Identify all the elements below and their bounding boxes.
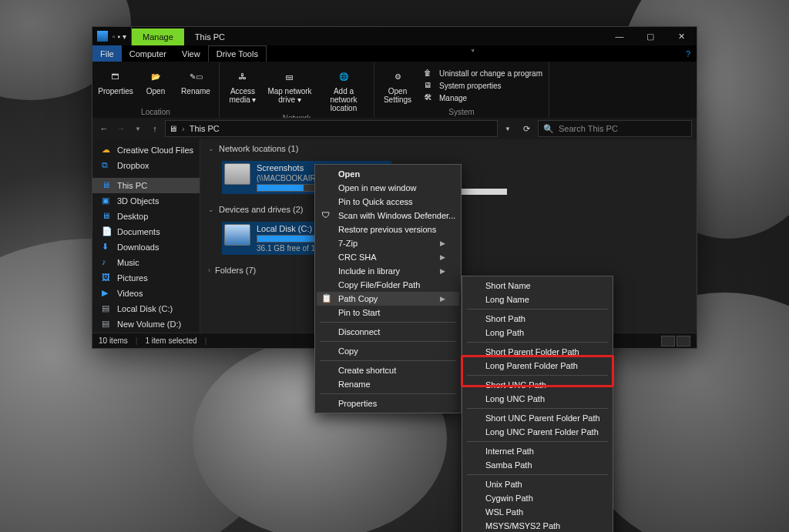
breadcrumb-dropdown[interactable]: ▼ xyxy=(501,125,515,132)
menu-item-scan-with-windows-defender[interactable]: 🛡Scan with Windows Defender... xyxy=(317,209,459,223)
nav-item-creative-cloud-files[interactable]: ☁Creative Cloud Files xyxy=(92,142,200,158)
nav-item-local-disk-c[interactable]: ▤Local Disk (C:) xyxy=(92,301,200,316)
nav-item-icon: ▶ xyxy=(102,288,112,299)
nav-item-label: 3D Objects xyxy=(117,196,159,206)
menu-item-open[interactable]: Open xyxy=(317,167,459,181)
qat-dropdown[interactable]: ▾ xyxy=(123,32,126,41)
menu-item-short-unc-parent-folder-path[interactable]: Short UNC Parent Folder Path xyxy=(464,411,611,425)
menu-item-short-parent-folder-path[interactable]: Short Parent Folder Path xyxy=(464,345,611,359)
close-button[interactable]: ✕ xyxy=(666,27,697,45)
menu-item-long-path[interactable]: Long Path xyxy=(464,326,611,340)
menu-item-path-copy[interactable]: 📋Path Copy▶ xyxy=(317,292,459,306)
tab-drive-tools[interactable]: Drive Tools xyxy=(208,45,267,62)
ribbon-add-location[interactable]: 🌐Add a network location xyxy=(320,65,368,112)
ribbon-collapse[interactable]: ˅ xyxy=(465,45,482,62)
breadcrumb[interactable]: 🖥 › This PC xyxy=(165,120,498,137)
nav-item-dropbox[interactable]: ⧉Dropbox xyxy=(92,158,200,173)
nav-item-3d-objects[interactable]: ▣3D Objects xyxy=(92,193,200,209)
menu-item-pin-to-start[interactable]: Pin to Start xyxy=(317,306,459,320)
nav-forward[interactable]: → xyxy=(114,124,128,133)
menu-item-crc-sha[interactable]: CRC SHA▶ xyxy=(317,250,459,264)
menu-item-cygwin-path[interactable]: Cygwin Path xyxy=(464,491,611,505)
nav-item-videos[interactable]: ▶Videos xyxy=(92,286,200,301)
qat-item[interactable]: ▪ xyxy=(118,32,121,41)
menu-item-disconnect[interactable]: Disconnect xyxy=(317,325,459,339)
menu-item-pin-to-quick-access[interactable]: Pin to Quick access xyxy=(317,195,459,209)
menu-item-create-shortcut[interactable]: Create shortcut xyxy=(317,363,459,377)
nav-item-icon: ▣ xyxy=(102,196,112,206)
tab-view[interactable]: View xyxy=(174,45,208,62)
maximize-button[interactable]: ▢ xyxy=(635,27,666,45)
menu-item-long-unc-path[interactable]: Long UNC Path xyxy=(464,392,611,406)
nav-item-label: Videos xyxy=(117,289,143,298)
menu-item-short-name[interactable]: Short Name xyxy=(464,279,611,293)
view-details-button[interactable] xyxy=(661,336,675,346)
menu-item-short-path[interactable]: Short Path xyxy=(464,312,611,326)
breadcrumb-this-pc[interactable]: This PC xyxy=(190,124,220,133)
menu-item-wsl-path[interactable]: WSL Path xyxy=(464,505,611,519)
nav-item-label: Pictures xyxy=(117,273,148,283)
app-icon xyxy=(97,31,108,42)
nav-item-label: Documents xyxy=(117,227,160,236)
nav-item-downloads[interactable]: ⬇Downloads xyxy=(92,239,200,255)
menu-item-copy-file-folder-path[interactable]: Copy File/Folder Path xyxy=(317,278,459,292)
menu-item-long-unc-parent-folder-path[interactable]: Long UNC Parent Folder Path xyxy=(464,425,611,439)
refresh-button[interactable]: ⟳ xyxy=(518,124,535,134)
menu-item-include-in-library[interactable]: Include in library▶ xyxy=(317,264,459,278)
minimize-button[interactable]: — xyxy=(604,27,635,45)
address-bar: ← → ▼ ↑ 🖥 › This PC ▼ ⟳ 🔍 Search This PC xyxy=(92,118,697,139)
menu-item-unix-path[interactable]: Unix Path xyxy=(464,477,611,491)
context-tab-manage[interactable]: Manage xyxy=(132,28,184,45)
menu-item-samba-path[interactable]: Samba Path xyxy=(464,458,611,472)
ribbon-map-drive[interactable]: 🖴Map network drive ▾ xyxy=(266,65,314,112)
tab-file[interactable]: File xyxy=(92,45,122,62)
menu-item-icon: 📋 xyxy=(321,293,332,304)
nav-recent[interactable]: ▼ xyxy=(131,125,145,132)
submenu-arrow-icon: ▶ xyxy=(440,253,445,261)
group-network-locations[interactable]: ⌄Network locations (1) xyxy=(200,139,697,158)
menu-item-properties[interactable]: Properties xyxy=(317,396,459,410)
tab-computer[interactable]: Computer xyxy=(122,45,174,62)
search-input[interactable]: 🔍 Search This PC xyxy=(538,120,692,137)
pc-icon: 🖥 xyxy=(169,124,177,133)
menu-item-msys-msys2-path[interactable]: MSYS/MSYS2 Path xyxy=(464,519,611,532)
ribbon-properties[interactable]: 🗔Properties xyxy=(99,65,133,106)
nav-item-icon: 🖥 xyxy=(102,180,112,191)
nav-item-new-volume-d[interactable]: ▤New Volume (D:) xyxy=(92,316,200,332)
nav-item-desktop[interactable]: 🖥Desktop xyxy=(92,209,200,224)
ribbon-manage[interactable]: 🛠Manage xyxy=(424,93,542,104)
context-submenu-path-copy: Short NameLong NameShort PathLong PathSh… xyxy=(462,276,613,532)
nav-pane[interactable]: ☁Creative Cloud Files⧉Dropbox🖥This PC▣3D… xyxy=(92,139,200,333)
ribbon-open[interactable]: 📂Open xyxy=(139,65,173,106)
menu-item-internet-path[interactable]: Internet Path xyxy=(464,444,611,458)
ribbon-sys-props[interactable]: 🖥System properties xyxy=(424,81,542,92)
nav-item-label: Dropbox xyxy=(117,161,149,170)
menu-item-long-parent-folder-path[interactable]: Long Parent Folder Path xyxy=(464,359,611,373)
nav-item-music[interactable]: ♪Music xyxy=(92,255,200,270)
ribbon-rename[interactable]: ✎▭Rename xyxy=(179,65,213,106)
nav-item-documents[interactable]: 📄Documents xyxy=(92,224,200,239)
menu-item-7-zip[interactable]: 7-Zip▶ xyxy=(317,236,459,250)
qat-item[interactable]: ▫ xyxy=(112,32,116,41)
nav-item-this-pc[interactable]: 🖥This PC xyxy=(92,178,200,193)
nav-item-icon: ⬇ xyxy=(102,242,112,253)
menu-item-short-unc-path[interactable]: Short UNC Path xyxy=(464,378,611,392)
menu-item-open-in-new-window[interactable]: Open in new window xyxy=(317,181,459,195)
network-drive-icon xyxy=(224,163,250,185)
title-location: This PC xyxy=(184,28,236,45)
nav-item-label: Creative Cloud Files xyxy=(117,146,193,155)
ribbon-uninstall[interactable]: 🗑Uninstall or change a program xyxy=(424,69,542,79)
titlebar[interactable]: ▫ ▪ ▾ Manage This PC — ▢ ✕ xyxy=(92,27,697,45)
nav-item-icon: 🖼 xyxy=(102,273,112,283)
ribbon-open-settings[interactable]: ⚙Open Settings xyxy=(381,65,415,106)
help-button[interactable]: ? xyxy=(680,45,697,62)
nav-item-pictures[interactable]: 🖼Pictures xyxy=(92,270,200,286)
nav-back[interactable]: ← xyxy=(97,124,111,133)
menu-item-copy[interactable]: Copy xyxy=(317,344,459,358)
menu-item-restore-previous-versions[interactable]: Restore previous versions xyxy=(317,223,459,236)
view-tiles-button[interactable] xyxy=(677,336,690,346)
menu-item-long-name[interactable]: Long Name xyxy=(464,293,611,306)
ribbon-access-media[interactable]: 🖧Access media ▾ xyxy=(226,65,260,112)
nav-up[interactable]: ↑ xyxy=(148,124,162,133)
menu-item-rename[interactable]: Rename xyxy=(317,377,459,391)
